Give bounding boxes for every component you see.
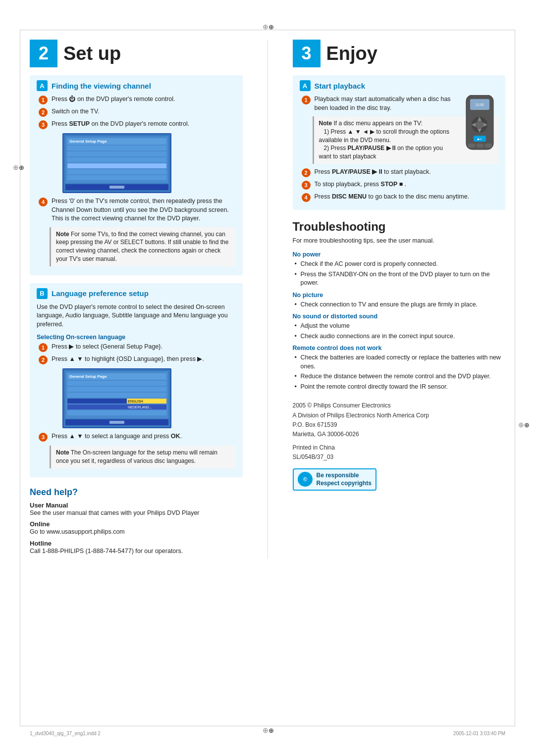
remote-control-illustration: 12:00 ▶II: [461, 95, 498, 161]
need-help-manual-label: User Manual: [30, 502, 243, 509]
section2-header: 2 Set up: [30, 40, 243, 67]
footer-division: A Division of Philips Electronics North …: [293, 411, 506, 420]
trouble-item-sound-1: Adjust the volume: [295, 322, 506, 331]
step-text-a1-4: Press '0' on the TV's remote control, th…: [52, 197, 236, 223]
svg-rect-12: [477, 144, 483, 148]
step-num-b3: 3: [39, 433, 48, 442]
subsection-a-playback: A Start playback 12:00: [293, 75, 506, 210]
section3-header: 3 Enjoy: [293, 40, 506, 67]
step-text-a1-3: Press SETUP on the DVD player's remote c…: [52, 120, 189, 129]
step-num-1: 1: [39, 96, 48, 104]
footer-city: Marietta, GA 30006-0026: [293, 430, 506, 439]
need-help-online-text: Go to www.usasupport.philips.com: [30, 528, 243, 537]
column-divider: [268, 40, 268, 558]
selecting-osd-heading: Selecting On-screen language: [37, 334, 236, 341]
step-text-b1: Press ▶ to select {General Setup Page}.: [52, 343, 162, 352]
trouble-list-no-sound: Adjust the volume Check audio connection…: [293, 322, 506, 341]
step-num-r2: 2: [302, 168, 311, 177]
step-a1-4: 4 Press '0' on the TV's remote control, …: [37, 197, 236, 223]
section2-number: 2: [30, 40, 57, 67]
step-num-r1: 1: [302, 96, 311, 104]
svg-text:12:00: 12:00: [475, 103, 484, 106]
svg-text:©: ©: [303, 476, 307, 482]
step-text-a1-1: Press ⏻ on the DVD player's remote contr…: [52, 95, 175, 104]
step-b-3: 3 Press ▲ ▼ to select a language and pre…: [37, 432, 236, 442]
trouble-item-picture-1: Check connection to TV and ensure the pl…: [295, 301, 506, 309]
troubleshooting-title: Troubleshooting: [293, 220, 506, 234]
subsection-b-intro: Use the DVD player's remote control to s…: [37, 303, 236, 329]
need-help-hotline-text: Call 1-888-PHILIPS (1-888-744-5477) for …: [30, 547, 243, 556]
subsection-b-language: B Language preference setup Use the DVD …: [30, 283, 243, 477]
subsection-b-header: B Language preference setup: [37, 288, 236, 299]
trouble-item-remote-1: Check the batteries are loaded correctly…: [295, 353, 506, 371]
troubleshooting-section: Troubleshooting For more troubleshooting…: [293, 220, 506, 392]
step-b-1: 1 Press ▶ to select {General Setup Page}…: [37, 343, 236, 352]
need-help-title: Need help?: [30, 487, 243, 498]
trouble-item-power-2: Press the STANDBY-ON on the front of the…: [295, 270, 506, 288]
section3-title: Enjoy: [326, 43, 377, 64]
step-num-3: 3: [39, 120, 48, 129]
step-a1-2: 2 Switch on the TV.: [37, 107, 236, 117]
need-help-hotline-label: Hotline: [30, 540, 243, 547]
step-num-r4: 4: [302, 193, 311, 202]
step-num-b1: 1: [39, 343, 48, 352]
subsection-a-playback-header: A Start playback: [300, 80, 499, 91]
step-num-b2: 2: [39, 355, 48, 364]
svg-rect-11: [468, 144, 475, 148]
footer-model: SL/054B/37_03: [293, 453, 506, 462]
page-footer: 1_dvd3040_qig_37_eng1.indd 2 2005-12-01 …: [30, 731, 505, 736]
footer-copyright: 2005 © Philips Consumer Electronics: [293, 401, 506, 410]
note-language: Note The On-screen language for the setu…: [50, 446, 236, 468]
need-help-hotline: Hotline Call 1-888-PHILIPS (1-888-744-54…: [30, 540, 243, 556]
trouble-heading-no-sound: No sound or distorted sound: [293, 313, 506, 320]
reg-mark-top: ⊕: [263, 23, 269, 30]
reg-mark-left: ⊕: [13, 163, 20, 170]
left-column: 2 Set up A Finding the viewing channel 1…: [30, 40, 248, 558]
responsible-badge: © Be responsible Respect copyrights: [293, 468, 376, 491]
responsible-line1: Be responsible: [317, 471, 372, 480]
letter-badge-b: B: [37, 288, 48, 299]
svg-text:▶II: ▶II: [478, 138, 482, 141]
step-text-r1: Playback may start automatically when a …: [315, 95, 457, 112]
trouble-item-power-1: Check if the AC power cord is properly c…: [295, 260, 506, 269]
subsection-a-header: A Finding the viewing channel: [37, 80, 236, 91]
responsible-line2: Respect copyrights: [317, 479, 372, 488]
need-help-manual: User Manual See the user manual that cam…: [30, 502, 243, 518]
trouble-heading-no-picture: No picture: [293, 292, 506, 299]
troubleshooting-intro: For more troubleshooting tips, see the u…: [293, 237, 506, 246]
setup-screen-1: General Setup Page: [50, 133, 236, 193]
step-num-4: 4: [39, 198, 48, 206]
footer-info: 2005 © Philips Consumer Electronics A Di…: [293, 401, 506, 491]
step-num-r3: 3: [302, 181, 311, 190]
need-help-section: Need help? User Manual See the user manu…: [30, 487, 243, 556]
trouble-list-no-power: Check if the AC power cord is properly c…: [293, 260, 506, 288]
step-text-b3: Press ▲ ▼ to select a language and press…: [52, 432, 182, 441]
note-viewing-channel: Note For some TVs, to find the correct v…: [50, 227, 236, 266]
trouble-item-remote-2: Reduce the distance between the remote c…: [295, 372, 506, 381]
step-text-r2: Press PLAY/PAUSE ▶ II to start playback.: [315, 168, 431, 177]
step-r1-1: 1 Playback may start automatically when …: [300, 95, 457, 112]
trouble-list-remote: Check the batteries are loaded correctly…: [293, 353, 506, 391]
section2-title: Set up: [63, 43, 121, 64]
step-r1-4: 4 Press DISC MENU to go back to the disc…: [300, 193, 499, 202]
trouble-list-no-picture: Check connection to TV and ensure the pl…: [293, 301, 506, 309]
responsible-text: Be responsible Respect copyrights: [317, 471, 372, 488]
svg-rect-13: [485, 144, 492, 148]
responsible-icon: ©: [298, 472, 313, 487]
trouble-heading-remote: Remote control does not work: [293, 345, 506, 352]
footer-po-box: P.O. Box 671539: [293, 420, 506, 430]
letter-badge-a2: A: [300, 80, 311, 91]
section3-number: 3: [293, 40, 321, 67]
step-r1-3: 3 To stop playback, press STOP ■ .: [300, 180, 499, 190]
step-a1-1: 1 Press ⏻ on the DVD player's remote con…: [37, 95, 236, 104]
step-b-2: 2 Press ▲ ▼ to highlight {OSD Language},…: [37, 355, 236, 364]
subsection-b-title: Language preference setup: [52, 289, 149, 298]
step-r1-2: 2 Press PLAY/PAUSE ▶ II to start playbac…: [300, 168, 499, 177]
subsection-a-playback-title: Start playback: [315, 82, 366, 90]
step-text-r3: To stop playback, press STOP ■ .: [315, 180, 407, 189]
right-column: 3 Enjoy A Start playback 12:00: [288, 40, 506, 558]
subsection-a-viewing: A Finding the viewing channel 1 Press ⏻ …: [30, 75, 243, 275]
need-help-online-label: Online: [30, 520, 243, 528]
reg-mark-right: ⊕: [518, 421, 525, 428]
svg-point-8: [476, 121, 483, 129]
